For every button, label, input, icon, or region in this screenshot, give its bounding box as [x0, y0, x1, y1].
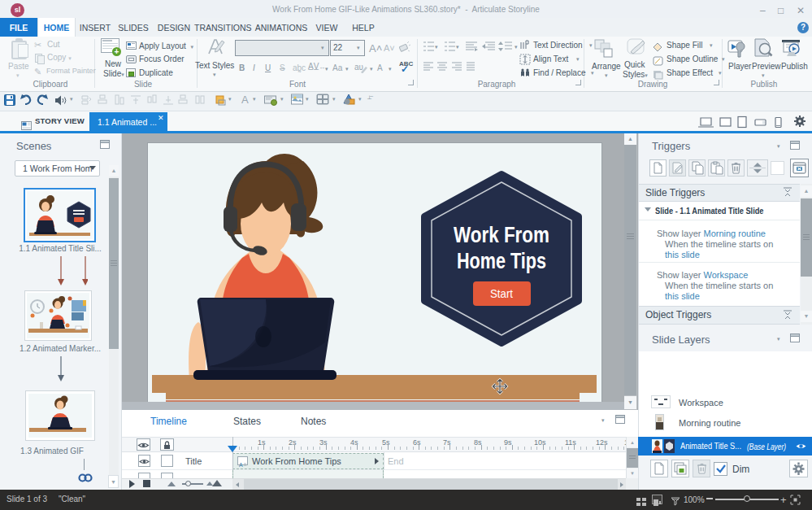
svg-text:Start: Start: [490, 287, 513, 300]
svg-text:A: A: [239, 462, 243, 468]
svg-text:Work From: Work From: [454, 222, 549, 247]
svg-text:Home Tips: Home Tips: [457, 248, 546, 273]
